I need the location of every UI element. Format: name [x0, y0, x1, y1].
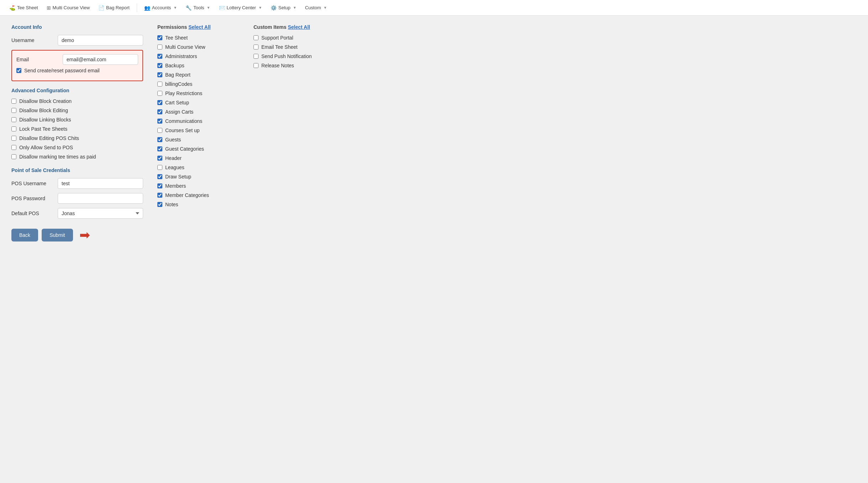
nav-divider [137, 4, 137, 12]
custom-item-checkbox-0[interactable] [253, 35, 258, 40]
nav-tee-sheet-label: Tee Sheet [17, 5, 38, 10]
permission-checkbox-11[interactable] [157, 137, 162, 142]
nav-tee-sheet[interactable]: ⛳ Tee Sheet [6, 3, 42, 13]
adv-config-item-2: Disallow Linking Blocks [11, 117, 143, 123]
permission-checkbox-7[interactable] [157, 100, 162, 105]
custom-items-list: Support PortalEmail Tee SheetSend Push N… [253, 35, 335, 68]
adv-config-checkbox-1[interactable] [11, 108, 16, 113]
permission-checkbox-10[interactable] [157, 128, 162, 133]
back-button[interactable]: Back [11, 229, 38, 242]
send-email-row: Send create/reset password email [16, 68, 138, 73]
adv-config-checkbox-2[interactable] [11, 117, 16, 122]
nav-multi-course-label: Multi Course View [53, 5, 90, 10]
permission-checkbox-0[interactable] [157, 35, 162, 40]
custom-item-label-3: Release Notes [261, 63, 294, 68]
nav-bag-report[interactable]: 📄 Bag Report [95, 3, 133, 13]
permission-item-18: Notes [157, 202, 239, 207]
adv-config-item-3: Lock Past Tee Sheets [11, 126, 143, 132]
submit-button[interactable]: Submit [42, 229, 73, 242]
permission-item-12: Guest Categories [157, 146, 239, 152]
username-input[interactable] [58, 35, 143, 46]
file-icon: 📄 [98, 5, 104, 11]
account-info-title: Account Info [11, 24, 143, 30]
nav-setup-label: Setup [278, 5, 291, 10]
wrench-icon: 🔧 [185, 5, 192, 11]
permission-label-18: Notes [165, 202, 178, 207]
nav-setup[interactable]: ⚙️ Setup ▼ [267, 3, 300, 13]
nav-multi-course[interactable]: ⊞ Multi Course View [43, 3, 94, 13]
default-pos-label: Default POS [11, 211, 58, 216]
adv-config-checkbox-3[interactable] [11, 126, 16, 131]
permission-checkbox-4[interactable] [157, 72, 162, 77]
advanced-config-title: Advanced Configuration [11, 88, 143, 93]
permission-label-16: Members [165, 183, 186, 189]
adv-config-item-5: Only Allow Send to POS [11, 145, 143, 150]
permission-item-16: Members [157, 183, 239, 189]
permissions-select-all[interactable]: Select All [188, 24, 211, 30]
custom-items-select-all[interactable]: Select All [288, 24, 310, 30]
permission-checkbox-1[interactable] [157, 45, 162, 50]
email-input[interactable] [63, 54, 138, 65]
main-content: Account Info Username Email Send create/… [0, 16, 868, 483]
permission-checkbox-14[interactable] [157, 165, 162, 170]
send-email-checkbox[interactable] [16, 68, 21, 73]
permission-checkbox-17[interactable] [157, 193, 162, 198]
permission-checkbox-13[interactable] [157, 156, 162, 161]
adv-config-item-0: Disallow Block Creation [11, 98, 143, 104]
custom-item-checkbox-2[interactable] [253, 54, 258, 59]
permission-label-10: Courses Set up [165, 128, 200, 133]
permission-checkbox-3[interactable] [157, 63, 162, 68]
permission-checkbox-16[interactable] [157, 183, 162, 188]
username-row: Username [11, 35, 143, 46]
adv-config-checkbox-6[interactable] [11, 154, 16, 159]
permission-label-5: billingCodes [165, 81, 192, 87]
permission-item-1: Multi Course View [157, 44, 239, 50]
permission-checkbox-8[interactable] [157, 109, 162, 114]
tools-caret-icon: ▼ [207, 6, 210, 10]
permission-label-0: Tee Sheet [165, 35, 188, 41]
grid-icon: ⊞ [47, 5, 51, 11]
pos-password-row: POS Password [11, 193, 143, 204]
pos-section: Point of Sale Credentials POS Username P… [11, 167, 143, 219]
custom-item-3: Release Notes [253, 63, 335, 68]
custom-item-checkbox-3[interactable] [253, 63, 258, 68]
default-pos-select[interactable]: Jonas Option 2 Option 3 [58, 208, 143, 219]
pos-username-input[interactable] [58, 178, 143, 189]
permission-item-5: billingCodes [157, 81, 239, 87]
adv-config-checkbox-0[interactable] [11, 99, 16, 104]
permission-item-6: Play Restrictions [157, 90, 239, 96]
custom-item-checkbox-1[interactable] [253, 45, 258, 50]
permission-checkbox-18[interactable] [157, 202, 162, 207]
permission-item-14: Leagues [157, 165, 239, 170]
permission-checkbox-2[interactable] [157, 54, 162, 59]
nav-tools[interactable]: 🔧 Tools ▼ [182, 3, 214, 13]
custom-items-title-text: Custom Items [253, 24, 287, 30]
custom-items-column: Custom Items Select All Support PortalEm… [253, 24, 335, 474]
permission-checkbox-15[interactable] [157, 174, 162, 179]
nav-custom[interactable]: Custom ▼ [302, 3, 331, 12]
advanced-config-section: Advanced Configuration [11, 88, 143, 93]
flag-icon: ⛳ [9, 5, 15, 11]
permission-label-4: Bag Report [165, 72, 190, 78]
email-highlight-box: Email Send create/reset password email [11, 50, 143, 81]
nav-lottery-center[interactable]: ✉️ Lottery Center ▼ [215, 3, 266, 13]
nav-tools-label: Tools [193, 5, 204, 10]
permission-checkbox-5[interactable] [157, 82, 162, 87]
permission-checkbox-6[interactable] [157, 91, 162, 96]
permission-item-9: Communications [157, 118, 239, 124]
permission-item-0: Tee Sheet [157, 35, 239, 41]
mail-icon: ✉️ [219, 5, 225, 11]
permissions-items: Tee SheetMulti Course ViewAdministrators… [157, 35, 239, 207]
permission-label-14: Leagues [165, 165, 184, 170]
adv-config-checkbox-4[interactable] [11, 136, 16, 141]
accounts-caret-icon: ▼ [173, 6, 177, 10]
nav-accounts[interactable]: 👥 Accounts ▼ [141, 3, 181, 13]
permission-label-15: Draw Setup [165, 174, 191, 180]
pos-password-input[interactable] [58, 193, 143, 204]
permission-checkbox-9[interactable] [157, 119, 162, 124]
permission-checkbox-12[interactable] [157, 146, 162, 151]
adv-config-label-6: Disallow marking tee times as paid [19, 154, 96, 160]
email-label: Email [16, 57, 63, 62]
adv-config-checkbox-5[interactable] [11, 145, 16, 150]
permission-item-7: Cart Setup [157, 100, 239, 105]
